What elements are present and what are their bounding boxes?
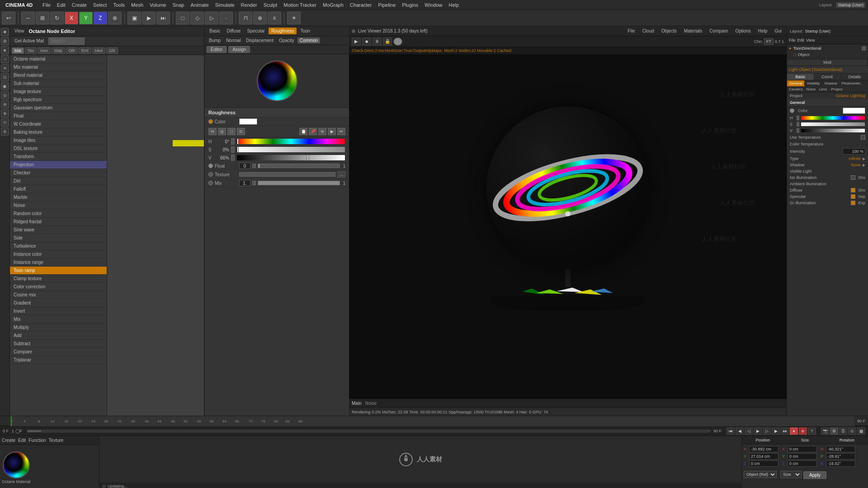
mat-item-turbulence[interactable]: Turbulence xyxy=(10,242,107,250)
tab-roughness[interactable]: Roughness xyxy=(269,28,297,34)
light-tab-project[interactable]: Project xyxy=(829,86,845,92)
float-radio[interactable] xyxy=(208,164,213,168)
pb-play[interactable]: ▶ xyxy=(754,427,762,435)
mat-item-toon-ramp[interactable]: Toon ramp xyxy=(10,267,107,275)
tool-4[interactable]: ☆ xyxy=(1,55,9,63)
light-tab-visibility[interactable]: Visibility xyxy=(804,80,822,86)
mat-item-rgb[interactable]: Rgb spectrum xyxy=(10,96,107,104)
cpick-more[interactable]: ▶ xyxy=(328,128,336,135)
color-radio[interactable] xyxy=(208,119,213,124)
tool-5[interactable]: ≋ xyxy=(1,64,9,72)
xyz-y[interactable]: Y xyxy=(79,12,93,24)
apply-button[interactable]: Apply xyxy=(803,471,826,479)
edge-mode[interactable]: ▷ xyxy=(205,12,218,24)
btn-create[interactable]: Create xyxy=(2,438,15,443)
texture-browse-btn[interactable]: … xyxy=(337,171,345,178)
right-v-slider-btn[interactable] xyxy=(797,128,799,133)
mat-item-blend[interactable]: Blend material xyxy=(10,71,107,80)
assign-btn[interactable]: Assign xyxy=(228,46,250,53)
right-file[interactable]: File xyxy=(789,38,796,42)
menu-edit[interactable]: Edit xyxy=(54,1,68,9)
mat-item-cosine[interactable]: Cosine mix xyxy=(10,291,107,299)
cpick-mix[interactable]: ≋ xyxy=(318,128,326,135)
mat-tab-map[interactable]: Map xyxy=(52,47,65,54)
align-btn[interactable]: ≡ xyxy=(268,12,281,24)
tool-7[interactable]: ▣ xyxy=(1,82,9,90)
xyz-z[interactable]: Z xyxy=(94,12,107,24)
tab-diffuse[interactable]: Diffuse xyxy=(224,28,243,34)
tool-9[interactable]: ⊕ xyxy=(1,100,9,108)
tree-item-toon[interactable]: ● ToonDirectional xyxy=(789,45,866,52)
vp-lock-btn[interactable]: 🔒 xyxy=(383,38,392,46)
menu-mesh[interactable]: Mesh xyxy=(128,1,146,9)
viewer-gui-menu[interactable]: Gui xyxy=(772,28,784,34)
use-temp-checkbox[interactable] xyxy=(861,135,865,140)
menu-help[interactable]: Help xyxy=(446,1,462,9)
texture-slot[interactable] xyxy=(239,172,335,177)
x-size-input[interactable] xyxy=(788,446,817,452)
timeline-scrubber[interactable] xyxy=(27,430,710,432)
mat-item-gradient[interactable]: Gradient xyxy=(10,299,107,307)
tool-6[interactable]: ⊡ xyxy=(1,73,9,81)
node-canvas[interactable]: Octane Material ✕ Diffuse Specular Rough… xyxy=(107,55,204,416)
mat-item-subtract[interactable]: Subtract xyxy=(10,340,107,348)
tool-12[interactable]: ⊚ xyxy=(1,127,9,136)
vp-pause-btn[interactable]: ⏸ xyxy=(373,38,382,46)
pb-back[interactable]: ◁ xyxy=(745,427,753,435)
mat-item-osl[interactable]: OSL texture xyxy=(10,145,107,153)
move-tool[interactable]: ↔ xyxy=(21,12,35,24)
menu-file[interactable]: File xyxy=(40,1,53,9)
cpick-eyedrop[interactable]: ⊙ xyxy=(237,128,245,135)
light-tab-general[interactable]: General xyxy=(787,80,804,86)
menu-render[interactable]: Render xyxy=(238,1,260,9)
tool-8[interactable]: ◎ xyxy=(1,91,9,99)
mat-item-noise[interactable]: Noise xyxy=(10,202,107,210)
right-s-slider-btn[interactable] xyxy=(797,122,799,127)
mat-item-ridged[interactable]: Ridged fractal xyxy=(10,218,107,226)
size-mode-select[interactable]: Size Scale xyxy=(780,471,802,478)
snap-btn[interactable]: ⊕ xyxy=(253,12,267,24)
magnet-btn[interactable]: ⊓ xyxy=(239,12,252,24)
tab-details[interactable]: Details xyxy=(841,74,868,80)
world-tool[interactable]: ⊕ xyxy=(108,12,122,24)
y-pos-input[interactable]: 27.014 cm xyxy=(749,453,778,460)
y-size-input[interactable] xyxy=(788,453,817,460)
mat-item-random[interactable]: Random color xyxy=(10,210,107,218)
mat-tab-mat[interactable]: Mat xyxy=(12,47,24,54)
pb-record[interactable]: ● xyxy=(790,427,798,435)
hue-slider[interactable] xyxy=(236,138,345,145)
diffuse-checkbox[interactable] xyxy=(851,188,855,192)
sat-slider[interactable] xyxy=(236,146,345,153)
mat-item-gaussian[interactable]: Gaussian spectrum xyxy=(10,104,107,112)
tool-1[interactable]: ✱ xyxy=(1,28,9,36)
b-rot-input[interactable]: -15.02° xyxy=(826,460,855,467)
subtab-common[interactable]: Common xyxy=(297,38,321,43)
tab-basic[interactable]: Basic xyxy=(207,28,223,34)
mat-item-clamp[interactable]: Clamp texture xyxy=(10,275,107,283)
light-tab-shadow[interactable]: Shadow xyxy=(822,80,840,86)
mat-item-mix2[interactable]: Mix xyxy=(10,315,107,324)
menu-create[interactable]: Create xyxy=(69,1,90,9)
val-slider[interactable] xyxy=(236,155,345,161)
pb-last[interactable]: ⏭ xyxy=(781,427,789,435)
specular-checkbox[interactable] xyxy=(851,194,855,199)
type-value[interactable]: Infinite xyxy=(849,156,861,161)
right-v-slider[interactable] xyxy=(801,128,865,133)
viewport-3d-content[interactable]: 人人素材社区 人人素材社区 人人素材社区 人人素材社区 人人素材社区 xyxy=(349,54,787,399)
pb-gear[interactable]: ⚙ xyxy=(830,427,838,435)
mat-item-compare[interactable]: Compare xyxy=(10,348,107,356)
h-rot-input[interactable]: -60.321° xyxy=(826,446,855,452)
mat-item-tiles[interactable]: Image tiles xyxy=(10,136,107,145)
menu-tools[interactable]: Tools xyxy=(110,1,127,9)
coord-space-select[interactable]: Object (Rel) World xyxy=(744,471,777,478)
texture-radio[interactable] xyxy=(208,172,213,177)
mat-item-transform[interactable]: Transform xyxy=(10,153,107,161)
general-color-swatch[interactable] xyxy=(843,108,865,114)
menu-animate[interactable]: Animate xyxy=(188,1,211,9)
scale-tool[interactable]: ⊞ xyxy=(36,12,49,24)
btn-edit[interactable]: Edit xyxy=(18,438,26,443)
x-pos-input[interactable]: -30.892 cm xyxy=(749,446,778,452)
mat-item-sub[interactable]: Sub material xyxy=(10,80,107,88)
tab-toon[interactable]: Toon xyxy=(297,28,313,34)
z-pos-input[interactable] xyxy=(749,460,778,467)
